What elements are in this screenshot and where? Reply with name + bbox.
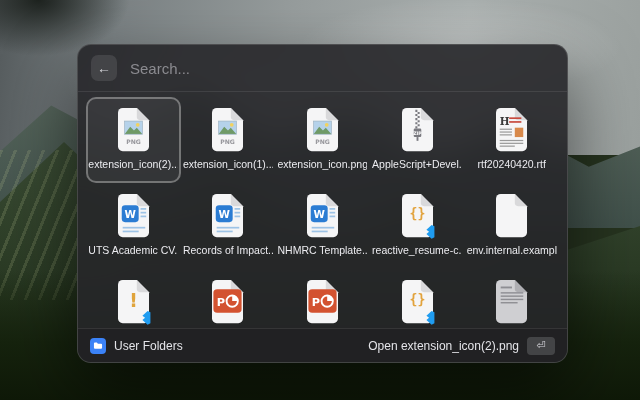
file-label: extension_icon.png [277, 158, 367, 170]
results-grid: PNG extension_icon(2).... PNG extension_… [78, 92, 567, 328]
file-item[interactable]: PNG extension_icon.png [275, 97, 370, 183]
footer-left: User Folders [90, 338, 183, 354]
file-item[interactable]: {} [370, 269, 465, 328]
back-arrow-icon: ← [97, 55, 111, 81]
zip-file-icon: ZIP [398, 106, 437, 154]
file-label: AppleScript+Devel... [372, 158, 462, 170]
svg-text:W: W [124, 207, 136, 219]
png-file-icon: PNG [114, 106, 153, 154]
file-label: extension_icon(2).... [88, 158, 178, 170]
svg-text:{}: {} [409, 206, 425, 221]
ppt-file-icon: P [208, 278, 247, 326]
file-item[interactable]: W UTS Academic CV... [86, 183, 181, 269]
file-item[interactable]: env.internal.example [464, 183, 559, 269]
file-label: rtf20240420.rtf [478, 158, 546, 170]
user-folders-icon [90, 338, 106, 354]
file-label: extension_icon(1).... [183, 158, 273, 170]
file-label: UTS Academic CV... [88, 244, 178, 256]
file-item[interactable]: PNG extension_icon(2).... [86, 97, 181, 183]
file-item[interactable] [464, 269, 559, 328]
png-file-icon: PNG [303, 106, 342, 154]
code-file-icon: {} [398, 192, 437, 240]
svg-text:W: W [313, 207, 325, 219]
file-item[interactable]: W NHMRC Template... [275, 183, 370, 269]
footer-right: Open extension_icon(2).png ⏎ [368, 337, 555, 355]
warning-file-icon: ! [114, 278, 153, 326]
file-label: NHMRC Template... [277, 244, 367, 256]
file-item[interactable]: ZIP AppleScript+Devel... [370, 97, 465, 183]
file-label: reactive_resume-c... [372, 244, 462, 256]
file-file-icon [492, 192, 531, 240]
code-file-icon: {} [398, 278, 437, 326]
search-input[interactable] [128, 59, 554, 78]
back-button[interactable]: ← [91, 55, 117, 81]
svg-text:PNG: PNG [221, 137, 236, 144]
word-file-icon: W [114, 192, 153, 240]
file-item[interactable]: P [275, 269, 370, 328]
search-bar: ← [78, 45, 567, 92]
ppt-file-icon: P [303, 278, 342, 326]
file-search-window: ← PNG extension_icon(2).... PNG extensio… [77, 44, 568, 363]
svg-text:PNG: PNG [315, 137, 330, 144]
status-bar: User Folders Open extension_icon(2).png … [78, 328, 567, 362]
file-item[interactable]: W Records of Impact... [181, 183, 276, 269]
word-file-icon: W [303, 192, 342, 240]
svg-text:P: P [312, 295, 320, 308]
word-file-icon: W [208, 192, 247, 240]
file-item[interactable]: ! [86, 269, 181, 328]
svg-text:PNG: PNG [126, 137, 141, 144]
svg-text:W: W [219, 207, 231, 219]
svg-text:H: H [500, 114, 510, 126]
png-file-icon: PNG [208, 106, 247, 154]
svg-text:{}: {} [409, 292, 425, 307]
svg-text:!: ! [129, 290, 138, 311]
file-label: env.internal.example [467, 244, 557, 256]
file-item[interactable]: H rtf20240420.rtf [464, 97, 559, 183]
source-label: User Folders [114, 339, 183, 353]
svg-text:ZIP: ZIP [413, 130, 422, 135]
file-item[interactable]: PNG extension_icon(1).... [181, 97, 276, 183]
primary-action-label[interactable]: Open extension_icon(2).png [368, 339, 519, 353]
rtf-file-icon: H [492, 106, 531, 154]
graydoc-file-icon [492, 278, 531, 326]
enter-key-icon: ⏎ [527, 337, 555, 355]
file-item[interactable]: {} reactive_resume-c... [370, 183, 465, 269]
file-item[interactable]: P [181, 269, 276, 328]
file-label: Records of Impact... [183, 244, 273, 256]
svg-text:P: P [217, 295, 225, 308]
